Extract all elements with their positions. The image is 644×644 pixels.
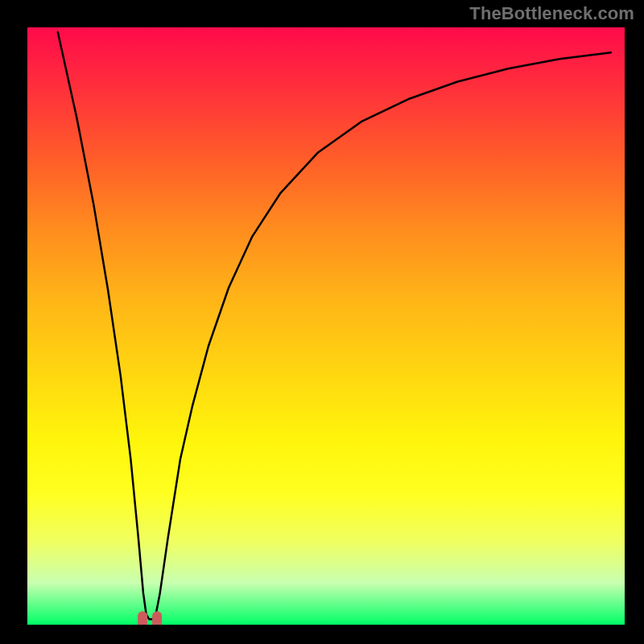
min-marker xyxy=(142,616,157,625)
bottleneck-curve xyxy=(58,32,611,619)
chart-frame: TheBottleneck.com xyxy=(0,0,644,644)
plot-area xyxy=(27,27,625,625)
watermark-label: TheBottleneck.com xyxy=(469,3,634,24)
curve-layer xyxy=(27,27,625,625)
